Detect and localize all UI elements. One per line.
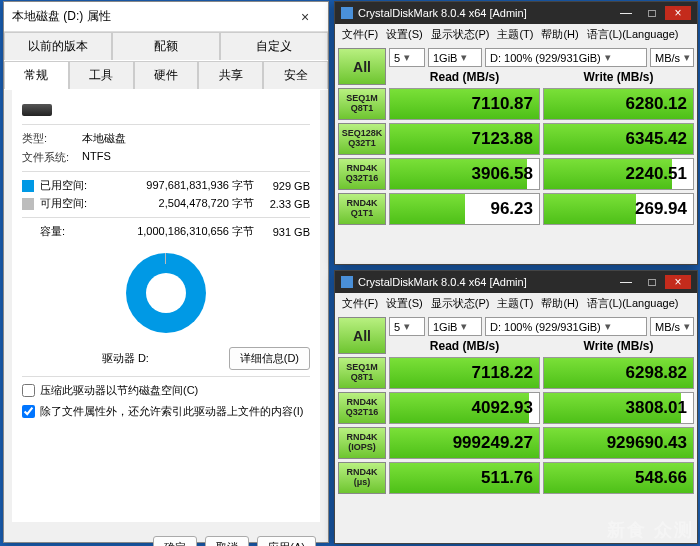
titlebar[interactable]: 本地磁盘 (D:) 属性 × <box>4 2 328 32</box>
drive-label: 驱动器 D: <box>22 351 229 366</box>
tab-配额[interactable]: 配额 <box>112 32 220 60</box>
test-button-SEQ128K-Q32T1[interactable]: SEQ128KQ32T1 <box>338 123 386 155</box>
close-icon[interactable]: × <box>665 275 691 289</box>
read-header: Read (MB/s) <box>389 69 540 85</box>
menu-item[interactable]: 文件(F) <box>339 295 381 312</box>
test-button-RND4K-Q32T16[interactable]: RND4KQ32T16 <box>338 392 386 424</box>
write-value: 548.66 <box>543 462 694 494</box>
index-checkbox[interactable]: 除了文件属性外，还允许索引此驱动器上文件的内容(I) <box>22 404 310 419</box>
menu-item[interactable]: 显示状态(P) <box>428 26 493 43</box>
menu-item[interactable]: 主题(T) <box>494 295 536 312</box>
test-button-RND4K-Q32T16[interactable]: RND4KQ32T16 <box>338 158 386 190</box>
benchmark-row: SEQ128KQ32T1 7123.88 6345.42 <box>335 123 697 158</box>
close-icon[interactable]: × <box>290 9 320 25</box>
benchmark-row: RND4KQ32T16 3906.58 2240.51 <box>335 158 697 193</box>
dialog-buttons: 确定 取消 应用(A) <box>4 530 328 546</box>
tab-共享[interactable]: 共享 <box>198 61 263 89</box>
read-value: 7110.87 <box>389 88 540 120</box>
tab-常规[interactable]: 常规 <box>4 61 69 89</box>
compress-input[interactable] <box>22 384 35 397</box>
tab-工具[interactable]: 工具 <box>69 61 134 89</box>
tab-安全[interactable]: 安全 <box>263 61 328 89</box>
menu-bar: 文件(F)设置(S)显示状态(P)主题(T)帮助(H)语言(L)(Languag… <box>335 293 697 314</box>
used-swatch <box>22 180 34 192</box>
loops-select[interactable]: 5 <box>389 317 425 336</box>
benchmark-row: RND4K(IOPS) 999249.27 929690.43 <box>335 427 697 462</box>
unit-select[interactable]: MB/s <box>650 317 694 336</box>
app-icon <box>341 7 353 19</box>
benchmark-row: SEQ1MQ8T1 7118.22 6298.82 <box>335 357 697 392</box>
read-value: 7123.88 <box>389 123 540 155</box>
type-value: 本地磁盘 <box>82 131 310 146</box>
menu-item[interactable]: 主题(T) <box>494 26 536 43</box>
benchmark-row: SEQ1MQ8T1 7110.87 6280.12 <box>335 88 697 123</box>
write-value: 3808.01 <box>543 392 694 424</box>
tabs-row-1: 以前的版本配额自定义 <box>4 32 328 61</box>
cancel-button[interactable]: 取消 <box>205 536 249 546</box>
titlebar[interactable]: CrystalDiskMark 8.0.4 x64 [Admin] — □ × <box>335 2 697 24</box>
used-label: 已用空间: <box>40 178 90 193</box>
all-button[interactable]: All <box>338 317 386 354</box>
test-button-RND4K-(μs)[interactable]: RND4K(μs) <box>338 462 386 494</box>
maximize-icon[interactable]: □ <box>639 6 665 20</box>
capacity-bytes: 1,000,186,310,656 字节 <box>90 224 262 239</box>
menu-bar: 文件(F)设置(S)显示状态(P)主题(T)帮助(H)语言(L)(Languag… <box>335 24 697 45</box>
used-gb: 929 GB <box>262 180 310 192</box>
write-value: 6298.82 <box>543 357 694 389</box>
tab-自定义[interactable]: 自定义 <box>220 32 328 60</box>
compress-checkbox[interactable]: 压缩此驱动器以节约磁盘空间(C) <box>22 383 310 398</box>
app-icon <box>341 276 353 288</box>
all-button[interactable]: All <box>338 48 386 85</box>
drive-select[interactable]: D: 100% (929/931GiB) <box>485 317 647 336</box>
test-button-RND4K-Q1T1[interactable]: RND4KQ1T1 <box>338 193 386 225</box>
maximize-icon[interactable]: □ <box>639 275 665 289</box>
menu-item[interactable]: 帮助(H) <box>538 26 581 43</box>
write-value: 929690.43 <box>543 427 694 459</box>
test-button-SEQ1M-Q8T1[interactable]: SEQ1MQ8T1 <box>338 88 386 120</box>
window-title: 本地磁盘 (D:) 属性 <box>12 8 111 25</box>
menu-item[interactable]: 语言(L)(Language) <box>584 26 682 43</box>
drive-select[interactable]: D: 100% (929/931GiB) <box>485 48 647 67</box>
loops-select[interactable]: 5 <box>389 48 425 67</box>
index-input[interactable] <box>22 405 35 418</box>
usage-pie-chart <box>126 253 206 333</box>
free-swatch <box>22 198 34 210</box>
fs-label: 文件系统: <box>22 150 82 165</box>
capacity-gb: 931 GB <box>262 226 310 238</box>
minimize-icon[interactable]: — <box>613 6 639 20</box>
menu-item[interactable]: 文件(F) <box>339 26 381 43</box>
benchmark-row: RND4K(μs) 511.76 548.66 <box>335 462 697 497</box>
ok-button[interactable]: 确定 <box>153 536 197 546</box>
write-value: 2240.51 <box>543 158 694 190</box>
close-icon[interactable]: × <box>665 6 691 20</box>
tab-以前的版本[interactable]: 以前的版本 <box>4 32 112 60</box>
read-value: 7118.22 <box>389 357 540 389</box>
menu-item[interactable]: 语言(L)(Language) <box>584 295 682 312</box>
read-value: 96.23 <box>389 193 540 225</box>
write-value: 269.94 <box>543 193 694 225</box>
watermark: 新食 众测 <box>607 518 694 542</box>
minimize-icon[interactable]: — <box>613 275 639 289</box>
menu-item[interactable]: 显示状态(P) <box>428 295 493 312</box>
apply-button[interactable]: 应用(A) <box>257 536 316 546</box>
menu-item[interactable]: 帮助(H) <box>538 295 581 312</box>
menu-item[interactable]: 设置(S) <box>383 26 426 43</box>
disk-properties-dialog: 本地磁盘 (D:) 属性 × 以前的版本配额自定义 常规工具硬件共享安全 类型:… <box>3 1 329 543</box>
crystaldiskmark-window-2: CrystalDiskMark 8.0.4 x64 [Admin] — □ × … <box>334 270 698 544</box>
tab-硬件[interactable]: 硬件 <box>134 61 199 89</box>
titlebar[interactable]: CrystalDiskMark 8.0.4 x64 [Admin] — □ × <box>335 271 697 293</box>
size-select[interactable]: 1GiB <box>428 48 482 67</box>
test-button-RND4K-(IOPS)[interactable]: RND4K(IOPS) <box>338 427 386 459</box>
crystaldiskmark-window-1: CrystalDiskMark 8.0.4 x64 [Admin] — □ × … <box>334 1 698 265</box>
read-value: 999249.27 <box>389 427 540 459</box>
read-header: Read (MB/s) <box>389 338 540 354</box>
unit-select[interactable]: MB/s <box>650 48 694 67</box>
write-value: 6345.42 <box>543 123 694 155</box>
details-button[interactable]: 详细信息(D) <box>229 347 310 370</box>
write-header: Write (MB/s) <box>543 69 694 85</box>
fs-value: NTFS <box>82 150 310 165</box>
size-select[interactable]: 1GiB <box>428 317 482 336</box>
menu-item[interactable]: 设置(S) <box>383 295 426 312</box>
test-button-SEQ1M-Q8T1[interactable]: SEQ1MQ8T1 <box>338 357 386 389</box>
type-label: 类型: <box>22 131 82 146</box>
